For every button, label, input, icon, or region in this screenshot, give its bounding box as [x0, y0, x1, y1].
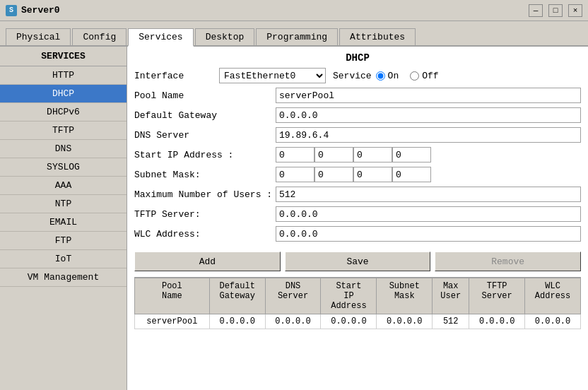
cell-subnet-mask: 0.0.0.0 — [377, 314, 433, 329]
max-users-input[interactable] — [276, 187, 581, 202]
table-row: serverPool 0.0.0.0 0.0.0.0 0.0.0.0 0.0.0… — [135, 314, 581, 329]
subnet-mask-inputs — [276, 167, 431, 182]
save-button[interactable]: Save — [285, 252, 431, 271]
sidebar-item-ntp[interactable]: NTP — [0, 195, 127, 213]
start-ip-row: Start IP Address : — [134, 147, 581, 162]
dhcp-table: PoolName DefaultGateway DNSServer StartI… — [134, 278, 581, 329]
default-gateway-label: Default Gateway — [134, 110, 276, 121]
col-dns-server: DNSServer — [265, 278, 321, 314]
close-button[interactable]: × — [568, 4, 582, 17]
cell-max-user: 512 — [433, 314, 469, 329]
window-title: Server0 — [21, 5, 60, 16]
content-title: DHCP — [127, 47, 588, 68]
sidebar-item-tftp[interactable]: TFTP — [0, 122, 127, 140]
tab-desktop[interactable]: Desktop — [195, 28, 255, 45]
dns-server-label: DNS Server — [134, 130, 276, 141]
interface-service-row: Interface FastEthernet0 GigabitEthernet0… — [134, 68, 581, 83]
maximize-button[interactable]: □ — [548, 4, 563, 17]
tab-bar: Physical Config Services Desktop Program… — [0, 21, 588, 47]
service-on-input[interactable] — [376, 71, 385, 81]
wlc-address-input[interactable] — [276, 226, 581, 242]
tftp-server-input[interactable] — [276, 206, 581, 222]
service-label: Service — [333, 71, 372, 81]
sidebar-item-dns[interactable]: DNS — [0, 140, 127, 158]
sidebar-scroll: HTTP DHCP DHCPv6 TFTP DNS SYSLOG AAA NTP… — [0, 66, 127, 390]
col-start-ip: StartIPAddress — [321, 278, 377, 314]
sidebar-item-dhcp[interactable]: DHCP — [0, 85, 127, 103]
dns-server-input[interactable] — [276, 127, 581, 143]
subnet-octet-2[interactable] — [314, 167, 353, 182]
service-off-label: Off — [422, 71, 438, 81]
title-bar-left: S Server0 — [6, 5, 60, 16]
button-row: Add Save Remove — [127, 246, 588, 277]
main-layout: SERVICES HTTP DHCP DHCPv6 TFTP DNS SYSLO… — [0, 47, 588, 390]
tab-physical[interactable]: Physical — [6, 28, 71, 45]
pool-name-input[interactable] — [276, 88, 581, 103]
cell-default-gateway: 0.0.0.0 — [209, 314, 265, 329]
default-gateway-input[interactable] — [276, 107, 581, 123]
interface-select[interactable]: FastEthernet0 GigabitEthernet0 — [219, 68, 326, 83]
start-ip-inputs — [276, 147, 431, 162]
sidebar-item-vm-management[interactable]: VM Management — [0, 268, 127, 287]
form-area: Interface FastEthernet0 GigabitEthernet0… — [127, 68, 588, 246]
sidebar-item-aaa[interactable]: AAA — [0, 177, 127, 195]
default-gateway-row: Default Gateway — [134, 107, 581, 123]
tftp-server-label: TFTP Server: — [134, 209, 276, 220]
service-on-radio[interactable]: On — [376, 71, 399, 81]
wlc-address-label: WLC Address: — [134, 229, 276, 240]
start-ip-label: Start IP Address : — [134, 150, 276, 160]
tab-services[interactable]: Services — [128, 28, 193, 47]
start-ip-octet-1[interactable] — [276, 147, 314, 162]
service-radio-group: On Off — [376, 71, 439, 81]
pool-name-label: Pool Name — [134, 90, 276, 101]
col-wlc-address: WLCAddress — [525, 278, 581, 314]
add-button[interactable]: Add — [134, 252, 281, 271]
col-pool-name: PoolName — [135, 278, 210, 314]
start-ip-octet-4[interactable] — [392, 147, 431, 162]
cell-wlc-address: 0.0.0.0 — [525, 314, 581, 329]
start-ip-octet-2[interactable] — [314, 147, 353, 162]
minimize-button[interactable]: — — [529, 4, 543, 17]
col-tftp-server: TFTPServer — [469, 278, 525, 314]
cell-pool-name: serverPool — [135, 314, 210, 329]
start-ip-octet-3[interactable] — [353, 147, 392, 162]
max-users-label: Maximum Number of Users : — [134, 189, 276, 200]
title-controls[interactable]: — □ × — [529, 4, 582, 17]
sidebar-item-dhcpv6[interactable]: DHCPv6 — [0, 103, 127, 122]
subnet-octet-4[interactable] — [392, 167, 431, 182]
sidebar-item-syslog[interactable]: SYSLOG — [0, 158, 127, 177]
sidebar-item-http[interactable]: HTTP — [0, 66, 127, 85]
subnet-octet-3[interactable] — [353, 167, 392, 182]
sidebar-item-email[interactable]: EMAIL — [0, 213, 127, 232]
col-max-user: MaxUser — [433, 278, 469, 314]
service-off-input[interactable] — [410, 71, 419, 81]
subnet-octet-1[interactable] — [276, 167, 314, 182]
max-users-row: Maximum Number of Users : — [134, 187, 581, 202]
sidebar-header: SERVICES — [0, 47, 127, 66]
service-on-label: On — [388, 71, 399, 81]
sidebar-item-ftp[interactable]: FTP — [0, 232, 127, 250]
col-subnet-mask: SubnetMask — [377, 278, 433, 314]
wlc-address-row: WLC Address: — [134, 226, 581, 242]
subnet-mask-row: Subnet Mask: — [134, 167, 581, 182]
subnet-mask-label: Subnet Mask: — [134, 170, 276, 180]
tab-attributes[interactable]: Attributes — [339, 28, 416, 45]
table-header-row: PoolName DefaultGateway DNSServer StartI… — [135, 278, 581, 314]
service-off-radio[interactable]: Off — [410, 71, 438, 81]
tab-config[interactable]: Config — [72, 28, 127, 45]
sidebar-item-iot[interactable]: IoT — [0, 250, 127, 268]
table-container: PoolName DefaultGateway DNSServer StartI… — [134, 277, 581, 387]
cell-start-ip: 0.0.0.0 — [321, 314, 377, 329]
interface-label: Interface — [134, 71, 219, 81]
app-icon: S — [6, 5, 17, 16]
tab-programming[interactable]: Programming — [256, 28, 338, 45]
sidebar: SERVICES HTTP DHCP DHCPv6 TFTP DNS SYSLO… — [0, 47, 127, 390]
content-area: DHCP Interface FastEthernet0 GigabitEthe… — [127, 47, 588, 390]
col-default-gateway: DefaultGateway — [209, 278, 265, 314]
pool-name-row: Pool Name — [134, 88, 581, 103]
tftp-server-row: TFTP Server: — [134, 206, 581, 222]
dns-server-row: DNS Server — [134, 127, 581, 143]
remove-button[interactable]: Remove — [435, 252, 581, 271]
cell-tftp-server: 0.0.0.0 — [469, 314, 525, 329]
cell-dns-server: 0.0.0.0 — [265, 314, 321, 329]
